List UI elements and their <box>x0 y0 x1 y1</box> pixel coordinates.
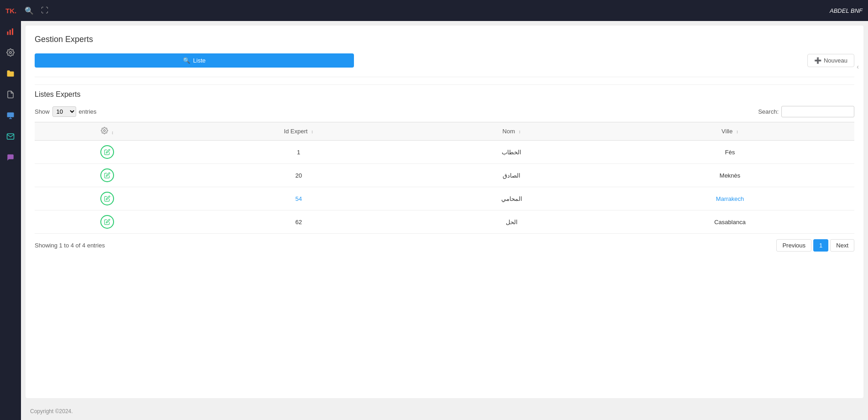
page-title: Gestion Experts <box>35 35 854 44</box>
table-row: 62الحلCasablanca <box>35 210 854 234</box>
id-cell: 62 <box>180 210 418 234</box>
svg-point-3 <box>10 52 12 54</box>
svg-rect-2 <box>12 28 13 35</box>
content-area: Gestion Experts ‹ 🔍 Liste ➕ Nouveau List… <box>26 26 863 398</box>
show-label: Show <box>35 108 50 115</box>
id-cell: 1 <box>180 141 418 164</box>
liste-button[interactable]: 🔍 Liste <box>35 53 354 68</box>
ville-cell: Fès <box>606 141 854 164</box>
table-row: 54المحاميMarrakech <box>35 187 854 210</box>
sidebar-item-chat[interactable] <box>0 147 21 168</box>
edit-button[interactable] <box>100 215 114 229</box>
section-title: Listes Experts <box>35 84 854 99</box>
sidebar-item-chart[interactable] <box>0 21 21 42</box>
svg-rect-0 <box>7 31 9 35</box>
previous-button[interactable]: Previous <box>776 239 811 252</box>
topbar: TK. 🔍 ⛶ ABDEL BNF <box>0 0 868 21</box>
experts-table: ↕ Id Expert ↕ Nom ↕ Ville ↕ <box>35 122 854 234</box>
table-info: Showing 1 to 4 of 4 entries <box>35 242 105 249</box>
show-entries: Show 10 25 50 100 entries <box>35 106 97 117</box>
search-icon: 🔍 <box>183 57 190 64</box>
sidebar-item-document[interactable] <box>0 84 21 105</box>
ville-cell: Meknès <box>606 164 854 187</box>
edit-button[interactable] <box>100 145 114 159</box>
nouveau-label: Nouveau <box>824 57 847 64</box>
svg-rect-1 <box>10 30 11 35</box>
page-1-button[interactable]: 1 <box>813 239 828 252</box>
user-label: ABDEL BNF <box>830 7 863 14</box>
entries-label: entries <box>79 108 97 115</box>
collapse-button[interactable]: ‹ <box>857 63 859 70</box>
plus-icon: ➕ <box>814 57 821 64</box>
app-logo: TK. <box>5 7 16 15</box>
action-cell <box>35 210 180 234</box>
search-label: Search: <box>758 108 779 115</box>
ville-cell: Casablanca <box>606 210 854 234</box>
search-input[interactable] <box>781 106 854 117</box>
sidebar <box>0 21 21 420</box>
action-cell <box>35 141 180 164</box>
edit-button[interactable] <box>100 168 114 182</box>
id-cell: 20 <box>180 164 418 187</box>
col-actions: ↕ <box>35 122 180 141</box>
table-controls: Show 10 25 50 100 entries Search: <box>35 106 854 117</box>
table-footer: Showing 1 to 4 of 4 entries Previous 1 N… <box>35 239 854 252</box>
col-ville: Ville ↕ <box>606 122 854 141</box>
table-row: 1الخطابFès <box>35 141 854 164</box>
id-cell: 54 <box>180 187 418 210</box>
logo-text: TK <box>5 7 15 15</box>
sidebar-item-folder[interactable] <box>0 63 21 84</box>
search-bar: Search: <box>758 106 854 117</box>
sidebar-item-settings[interactable] <box>0 42 21 63</box>
id-link[interactable]: 54 <box>295 195 301 202</box>
nom-cell: الحل <box>418 210 606 234</box>
table-header-row: ↕ Id Expert ↕ Nom ↕ Ville ↕ <box>35 122 854 141</box>
col-id-expert: Id Expert ↕ <box>180 122 418 141</box>
footer: Copyright ©2024. <box>21 403 868 420</box>
liste-label: Liste <box>193 57 205 64</box>
search-icon[interactable]: 🔍 <box>25 6 34 15</box>
topbar-icons: 🔍 ⛶ <box>25 6 48 15</box>
action-cell <box>35 164 180 187</box>
pagination: Previous 1 Next <box>776 239 854 252</box>
nom-cell: المحامي <box>418 187 606 210</box>
nom-cell: الصادق <box>418 164 606 187</box>
nom-cell: الخطاب <box>418 141 606 164</box>
svg-rect-4 <box>7 112 14 117</box>
entries-select[interactable]: 10 25 50 100 <box>52 106 76 117</box>
ville-cell: Marrakech <box>606 187 854 210</box>
col-nom: Nom ↕ <box>418 122 606 141</box>
svg-point-7 <box>104 130 105 131</box>
footer-text: Copyright ©2024. <box>30 408 73 415</box>
ville-link[interactable]: Marrakech <box>716 195 744 202</box>
expand-icon[interactable]: ⛶ <box>41 6 48 15</box>
next-button[interactable]: Next <box>830 239 854 252</box>
table-row: 20الصادقMeknès <box>35 164 854 187</box>
sidebar-item-cabinet[interactable] <box>0 105 21 126</box>
edit-button[interactable] <box>100 192 114 205</box>
sidebar-item-mail[interactable] <box>0 126 21 147</box>
nouveau-button[interactable]: ➕ Nouveau <box>807 54 854 67</box>
toolbar: 🔍 Liste ➕ Nouveau <box>35 53 854 68</box>
action-cell <box>35 187 180 210</box>
